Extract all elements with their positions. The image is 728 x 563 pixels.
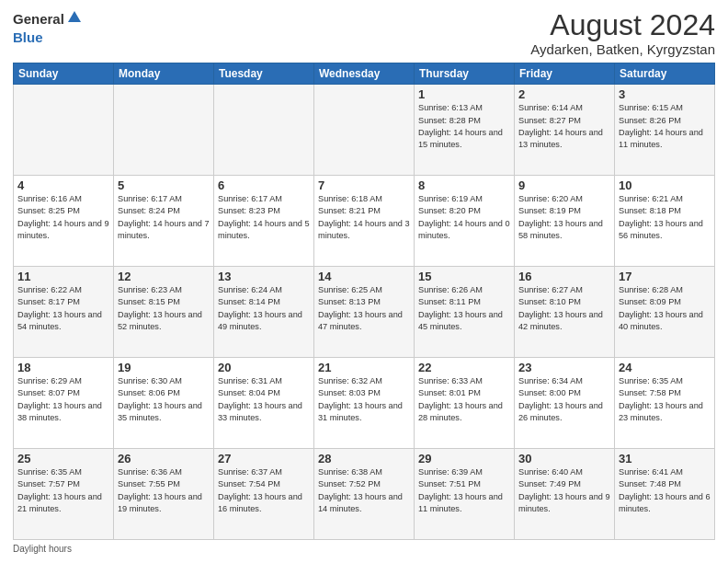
day-number: 8: [418, 178, 510, 192]
table-row: 18Sunrise: 6:29 AM Sunset: 8:07 PM Dayli…: [14, 358, 114, 449]
day-number: 13: [218, 270, 310, 283]
day-info: Sunrise: 6:32 AM Sunset: 8:03 PM Dayligh…: [318, 375, 410, 424]
day-number: 17: [619, 270, 711, 283]
day-info: Sunrise: 6:35 AM Sunset: 7:58 PM Dayligh…: [619, 375, 711, 424]
table-row: 31Sunrise: 6:41 AM Sunset: 7:48 PM Dayli…: [615, 449, 715, 540]
logo: General Blue: [13, 9, 83, 46]
day-number: 23: [518, 361, 610, 374]
calendar-week-row: 1Sunrise: 6:13 AM Sunset: 8:28 PM Daylig…: [14, 85, 715, 176]
footer: Daylight hours: [13, 544, 715, 554]
day-info: Sunrise: 6:24 AM Sunset: 8:14 PM Dayligh…: [218, 284, 310, 333]
day-number: 20: [218, 361, 310, 374]
day-number: 18: [17, 361, 109, 374]
table-row: 28Sunrise: 6:38 AM Sunset: 7:52 PM Dayli…: [314, 449, 415, 540]
day-info: Sunrise: 6:41 AM Sunset: 7:48 PM Dayligh…: [619, 466, 711, 515]
table-row: 3Sunrise: 6:15 AM Sunset: 8:26 PM Daylig…: [615, 85, 715, 176]
day-number: 5: [118, 178, 210, 192]
day-info: Sunrise: 6:28 AM Sunset: 8:09 PM Dayligh…: [619, 284, 711, 333]
day-number: 27: [218, 452, 310, 465]
day-info: Sunrise: 6:29 AM Sunset: 8:07 PM Dayligh…: [17, 375, 109, 424]
day-number: 6: [218, 178, 310, 192]
table-row: 1Sunrise: 6:13 AM Sunset: 8:28 PM Daylig…: [415, 85, 515, 176]
day-number: 4: [17, 178, 109, 192]
day-number: 24: [619, 361, 711, 374]
table-row: 15Sunrise: 6:26 AM Sunset: 8:11 PM Dayli…: [415, 267, 515, 358]
table-row: 17Sunrise: 6:28 AM Sunset: 8:09 PM Dayli…: [615, 267, 715, 358]
day-info: Sunrise: 6:19 AM Sunset: 8:20 PM Dayligh…: [418, 193, 510, 242]
day-info: Sunrise: 6:27 AM Sunset: 8:10 PM Dayligh…: [518, 284, 610, 333]
table-row: 8Sunrise: 6:19 AM Sunset: 8:20 PM Daylig…: [415, 176, 515, 267]
day-info: Sunrise: 6:25 AM Sunset: 8:13 PM Dayligh…: [318, 284, 410, 333]
day-info: Sunrise: 6:40 AM Sunset: 7:49 PM Dayligh…: [518, 466, 610, 515]
day-number: 21: [318, 361, 410, 374]
day-info: Sunrise: 6:30 AM Sunset: 8:06 PM Dayligh…: [118, 375, 210, 424]
col-sunday: Sunday: [14, 63, 114, 85]
day-number: 10: [619, 178, 711, 192]
table-row: 9Sunrise: 6:20 AM Sunset: 8:19 PM Daylig…: [515, 176, 615, 267]
day-number: 16: [518, 270, 610, 283]
day-info: Sunrise: 6:14 AM Sunset: 8:27 PM Dayligh…: [518, 102, 610, 151]
day-number: 3: [619, 87, 711, 101]
day-info: Sunrise: 6:13 AM Sunset: 8:28 PM Dayligh…: [418, 102, 510, 151]
day-info: Sunrise: 6:17 AM Sunset: 8:24 PM Dayligh…: [118, 193, 210, 242]
table-row: 25Sunrise: 6:35 AM Sunset: 7:57 PM Dayli…: [14, 449, 114, 540]
calendar-week-row: 25Sunrise: 6:35 AM Sunset: 7:57 PM Dayli…: [14, 449, 715, 540]
table-row: 14Sunrise: 6:25 AM Sunset: 8:13 PM Dayli…: [314, 267, 415, 358]
day-info: Sunrise: 6:17 AM Sunset: 8:23 PM Dayligh…: [218, 193, 310, 242]
day-info: Sunrise: 6:39 AM Sunset: 7:51 PM Dayligh…: [418, 466, 510, 515]
day-info: Sunrise: 6:35 AM Sunset: 7:57 PM Dayligh…: [17, 466, 109, 515]
table-row: 24Sunrise: 6:35 AM Sunset: 7:58 PM Dayli…: [615, 358, 715, 449]
day-info: Sunrise: 6:22 AM Sunset: 8:17 PM Dayligh…: [17, 284, 109, 333]
col-wednesday: Wednesday: [314, 63, 415, 85]
table-row: [314, 85, 415, 176]
table-row: 4Sunrise: 6:16 AM Sunset: 8:25 PM Daylig…: [14, 176, 114, 267]
day-number: 9: [518, 178, 610, 192]
col-thursday: Thursday: [415, 63, 515, 85]
table-row: 16Sunrise: 6:27 AM Sunset: 8:10 PM Dayli…: [515, 267, 615, 358]
calendar-week-row: 18Sunrise: 6:29 AM Sunset: 8:07 PM Dayli…: [14, 358, 715, 449]
day-number: 7: [318, 178, 410, 192]
col-friday: Friday: [515, 63, 615, 85]
day-info: Sunrise: 6:34 AM Sunset: 8:00 PM Dayligh…: [518, 375, 610, 424]
col-saturday: Saturday: [615, 63, 715, 85]
day-info: Sunrise: 6:37 AM Sunset: 7:54 PM Dayligh…: [218, 466, 310, 515]
table-row: 2Sunrise: 6:14 AM Sunset: 8:27 PM Daylig…: [515, 85, 615, 176]
day-number: 12: [118, 270, 210, 283]
table-row: [114, 85, 214, 176]
table-row: 23Sunrise: 6:34 AM Sunset: 8:00 PM Dayli…: [515, 358, 615, 449]
table-row: 21Sunrise: 6:32 AM Sunset: 8:03 PM Dayli…: [314, 358, 415, 449]
day-number: 19: [118, 361, 210, 374]
table-row: [14, 85, 114, 176]
calendar-table: Sunday Monday Tuesday Wednesday Thursday…: [13, 63, 715, 540]
day-info: Sunrise: 6:31 AM Sunset: 8:04 PM Dayligh…: [218, 375, 310, 424]
day-number: 26: [118, 452, 210, 465]
table-row: 5Sunrise: 6:17 AM Sunset: 8:24 PM Daylig…: [114, 176, 214, 267]
table-row: 27Sunrise: 6:37 AM Sunset: 7:54 PM Dayli…: [214, 449, 314, 540]
day-info: Sunrise: 6:36 AM Sunset: 7:55 PM Dayligh…: [118, 466, 210, 515]
table-row: 6Sunrise: 6:17 AM Sunset: 8:23 PM Daylig…: [214, 176, 314, 267]
calendar-header-row: Sunday Monday Tuesday Wednesday Thursday…: [14, 63, 715, 85]
day-number: 14: [318, 270, 410, 283]
page: General Blue August 2024 Aydarken, Batke…: [0, 0, 728, 563]
table-row: 7Sunrise: 6:18 AM Sunset: 8:21 PM Daylig…: [314, 176, 415, 267]
table-row: 29Sunrise: 6:39 AM Sunset: 7:51 PM Dayli…: [415, 449, 515, 540]
table-row: 12Sunrise: 6:23 AM Sunset: 8:15 PM Dayli…: [114, 267, 214, 358]
day-info: Sunrise: 6:23 AM Sunset: 8:15 PM Dayligh…: [118, 284, 210, 333]
day-number: 30: [518, 452, 610, 465]
logo-general: General: [13, 12, 64, 28]
day-number: 1: [418, 87, 510, 101]
table-row: 10Sunrise: 6:21 AM Sunset: 8:18 PM Dayli…: [615, 176, 715, 267]
table-row: [214, 85, 314, 176]
table-row: 20Sunrise: 6:31 AM Sunset: 8:04 PM Dayli…: [214, 358, 314, 449]
title-section: August 2024 Aydarken, Batken, Kyrgyzstan: [530, 9, 715, 57]
col-tuesday: Tuesday: [214, 63, 314, 85]
subtitle: Aydarken, Batken, Kyrgyzstan: [530, 41, 715, 57]
day-number: 2: [518, 87, 610, 101]
day-info: Sunrise: 6:16 AM Sunset: 8:25 PM Dayligh…: [17, 193, 109, 242]
logo-icon: [66, 9, 83, 29]
table-row: 19Sunrise: 6:30 AM Sunset: 8:06 PM Dayli…: [114, 358, 214, 449]
table-row: 22Sunrise: 6:33 AM Sunset: 8:01 PM Dayli…: [415, 358, 515, 449]
day-number: 22: [418, 361, 510, 374]
table-row: 26Sunrise: 6:36 AM Sunset: 7:55 PM Dayli…: [114, 449, 214, 540]
table-row: 13Sunrise: 6:24 AM Sunset: 8:14 PM Dayli…: [214, 267, 314, 358]
